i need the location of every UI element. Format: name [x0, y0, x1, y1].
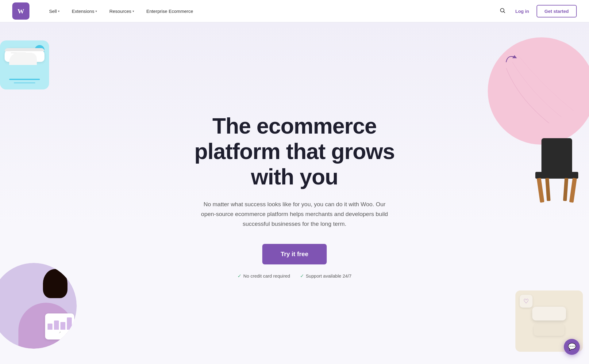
chat-bubble-button[interactable]: 💬: [564, 339, 580, 355]
no-credit-card-badge: ✓ No credit card required: [237, 273, 290, 279]
check-icon-2: ✓: [300, 273, 304, 279]
heart-icon: ♡: [523, 298, 529, 305]
try-it-free-button[interactable]: Try it free: [262, 244, 327, 264]
search-button[interactable]: [497, 5, 508, 17]
nav-links: Sell ▾ Extensions ▾ Resources ▾ Enterpri…: [44, 6, 497, 16]
no-credit-card-label: No credit card required: [243, 273, 290, 279]
card-line-2: [14, 82, 35, 83]
chair-illustration: [531, 138, 583, 138]
hero-section: +: [0, 22, 589, 364]
chat-icon: 💬: [568, 343, 576, 351]
card-line-1: [9, 79, 40, 80]
logo[interactable]: W: [12, 2, 29, 20]
support-label: Support available 24/7: [306, 273, 352, 279]
extensions-chevron-icon: ▾: [95, 9, 97, 13]
chair-decoration: [488, 37, 589, 145]
support-badge: ✓ Support available 24/7: [300, 273, 352, 279]
login-link[interactable]: Log in: [515, 9, 529, 14]
arrow-decoration: [505, 53, 518, 65]
nav-extensions[interactable]: Extensions ▾: [67, 6, 102, 16]
hero-title: The ecommerce platform that grows with y…: [187, 113, 402, 189]
product-card-decoration: +: [0, 40, 49, 89]
nav-right: Log in Get started: [497, 5, 577, 17]
check-icon-1: ✓: [237, 273, 241, 279]
sell-chevron-icon: ▾: [58, 9, 60, 13]
resources-chevron-icon: ▾: [133, 9, 134, 13]
person-circle-decoration: ↗: [0, 263, 77, 349]
get-started-button[interactable]: Get started: [537, 5, 577, 17]
hero-badges: ✓ No credit card required ✓ Support avai…: [187, 273, 402, 279]
hero-subtitle: No matter what success looks like for yo…: [199, 199, 390, 229]
nav-sell[interactable]: Sell ▾: [44, 6, 64, 16]
main-nav: W Sell ▾ Extensions ▾ Resources ▾ Enterp…: [0, 0, 589, 22]
nav-enterprise[interactable]: Enterprise Ecommerce: [141, 6, 198, 16]
svg-line-3: [504, 11, 505, 13]
nav-resources[interactable]: Resources ▾: [104, 6, 139, 16]
svg-text:W: W: [17, 7, 24, 15]
hero-content: The ecommerce platform that grows with y…: [187, 113, 402, 279]
